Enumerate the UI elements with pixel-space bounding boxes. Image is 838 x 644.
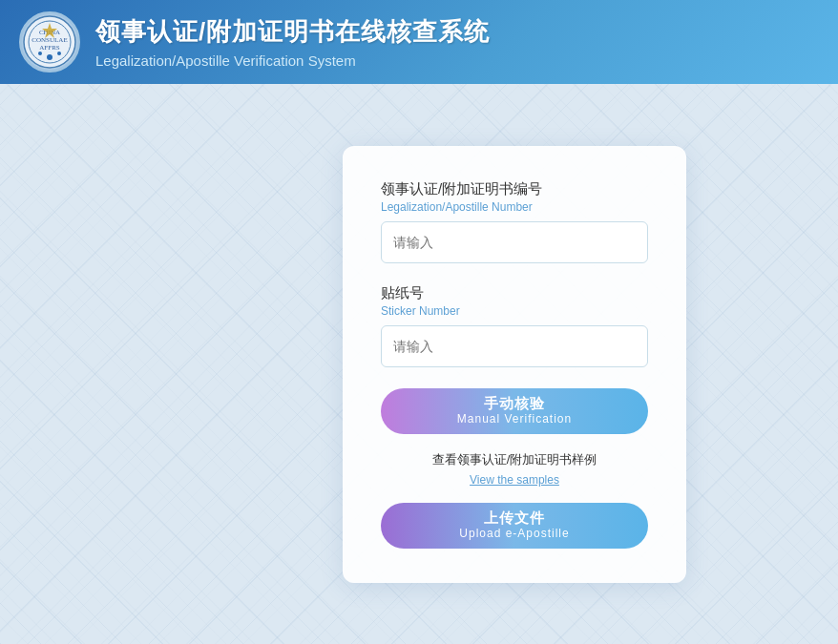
header: CHINA CONSULAE AFFRS 领事认证/附加证明书在线核查系统 Le… — [0, 0, 838, 84]
btn-upload-zh: 上传文件 — [484, 509, 545, 527]
form-card: 领事认证/附加证明书编号 Legalization/Apostille Numb… — [343, 146, 686, 583]
header-title-en: Legalization/Apostille Verification Syst… — [95, 52, 490, 69]
field-group-legalization: 领事认证/附加证明书编号 Legalization/Apostille Numb… — [381, 180, 648, 263]
svg-text:AFFRS: AFFRS — [39, 44, 60, 52]
field1-label-en: Legalization/Apostille Number — [381, 200, 648, 214]
btn-verify-en: Manual Verification — [457, 412, 572, 426]
svg-point-8 — [57, 52, 61, 55]
legalization-number-input[interactable] — [381, 221, 648, 263]
field2-label-en: Sticker Number — [381, 304, 648, 318]
header-text: 领事认证/附加证明书在线核查系统 Legalization/Apostille … — [95, 15, 490, 69]
svg-point-7 — [38, 52, 42, 55]
svg-point-6 — [47, 54, 52, 60]
main-content: 领事认证/附加证明书编号 Legalization/Apostille Numb… — [0, 84, 838, 644]
sticker-number-input[interactable] — [381, 325, 648, 367]
samples-label-zh: 查看领事认证/附加证明书样例 — [381, 451, 648, 468]
upload-eapostille-button[interactable]: 上传文件 Upload e-Apostille — [381, 503, 648, 549]
field1-label-zh: 领事认证/附加证明书编号 — [381, 180, 648, 198]
manual-verify-button[interactable]: 手动核验 Manual Verification — [381, 388, 648, 434]
btn-upload-en: Upload e-Apostille — [459, 527, 569, 540]
field2-label-zh: 贴纸号 — [381, 284, 648, 302]
logo: CHINA CONSULAE AFFRS — [19, 11, 80, 73]
btn-verify-zh: 手动核验 — [484, 395, 545, 412]
svg-text:CONSULAE: CONSULAE — [31, 36, 67, 44]
header-title-zh: 领事认证/附加证明书在线核查系统 — [95, 15, 490, 49]
view-samples-link[interactable]: View the samples — [470, 473, 559, 487]
samples-section: 查看领事认证/附加证明书样例 View the samples — [381, 451, 648, 488]
field-group-sticker: 贴纸号 Sticker Number — [381, 284, 648, 367]
